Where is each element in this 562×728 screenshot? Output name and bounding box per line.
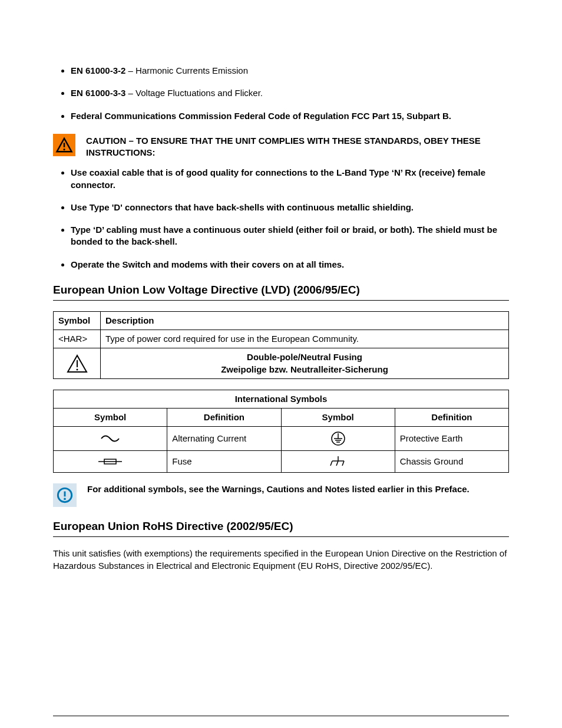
- td-har-symbol: <HAR>: [54, 330, 101, 348]
- th-definition: Definition: [167, 409, 281, 427]
- list-item: Use coaxial cable that is of good qualit…: [71, 167, 509, 191]
- svg-line-16: [336, 461, 338, 466]
- list-item: Operate the Switch and modems with their…: [71, 259, 509, 271]
- ac-wave-icon: [100, 434, 120, 443]
- heading-rule: [53, 536, 509, 537]
- instructions-list: Use coaxial cable that is of good qualit…: [53, 167, 509, 271]
- svg-point-3: [76, 368, 78, 370]
- th-definition: Definition: [395, 409, 508, 427]
- th-symbol: Symbol: [54, 409, 167, 427]
- td-fusing-text: Double-pole/Neutral Fusing Zweipolige bz…: [101, 348, 509, 379]
- intl-title: International Symbols: [54, 390, 509, 408]
- th-symbol: Symbol: [281, 409, 395, 427]
- heading-rohs: European Union RoHS Directive (2002/95/E…: [53, 520, 509, 533]
- td-caution-symbol: [54, 348, 101, 379]
- list-item: Federal Communications Commission Federa…: [71, 110, 509, 122]
- caution-triangle-icon: [67, 354, 88, 373]
- svg-point-20: [64, 498, 66, 500]
- list-item: EN 61000-3-2 – Harmonic Currents Emissio…: [71, 65, 509, 77]
- intl-symbols-table: International Symbols Symbol Definition …: [53, 390, 509, 473]
- fuse-def: Fuse: [167, 451, 281, 473]
- info-icon: [53, 483, 77, 507]
- svg-line-15: [330, 461, 332, 466]
- ac-symbol: [54, 427, 167, 451]
- th-symbol: Symbol: [54, 311, 101, 330]
- cg-symbol: [281, 451, 395, 473]
- standards-list: EN 61000-3-2 – Harmonic Currents Emissio…: [53, 65, 509, 122]
- heading-rule: [53, 300, 509, 301]
- heading-lvd: European Union Low Voltage Directive (LV…: [53, 284, 509, 297]
- info-block: For additional symbols, see the Warnings…: [53, 483, 509, 507]
- list-item: Type ‘D’ cabling must have a continuous …: [71, 224, 509, 248]
- info-text: For additional symbols, see the Warnings…: [87, 483, 470, 495]
- fuse-symbol: [54, 451, 167, 473]
- svg-point-1: [63, 149, 65, 150]
- cg-def: Chassis Ground: [395, 451, 508, 473]
- pe-def: Protective Earth: [395, 427, 508, 451]
- pe-symbol: [281, 427, 395, 451]
- caution-text: CAUTION – TO ENSURE THAT THE UNIT COMPLI…: [86, 134, 509, 159]
- chassis-ground-icon: [329, 455, 347, 468]
- list-item: Use Type 'D' connectors that have back-s…: [71, 202, 509, 213]
- svg-line-17: [342, 461, 344, 466]
- td-har-desc: Type of power cord required for use in t…: [101, 330, 509, 348]
- caution-block: CAUTION – TO ENSURE THAT THE UNIT COMPLI…: [53, 134, 509, 159]
- lvd-table: Symbol Description <HAR> Type of power c…: [53, 311, 509, 379]
- rohs-paragraph: This unit satisfies (with exemptions) th…: [53, 548, 509, 572]
- fuse-icon: [97, 457, 123, 466]
- warning-triangle-icon: [53, 134, 75, 156]
- list-item: EN 61000-3-3 – Voltage Fluctuations and …: [71, 87, 509, 99]
- th-description: Description: [101, 311, 509, 330]
- page-footer-rule: [53, 716, 509, 716]
- ac-def: Alternating Current: [167, 427, 281, 451]
- protective-earth-icon: [330, 431, 346, 446]
